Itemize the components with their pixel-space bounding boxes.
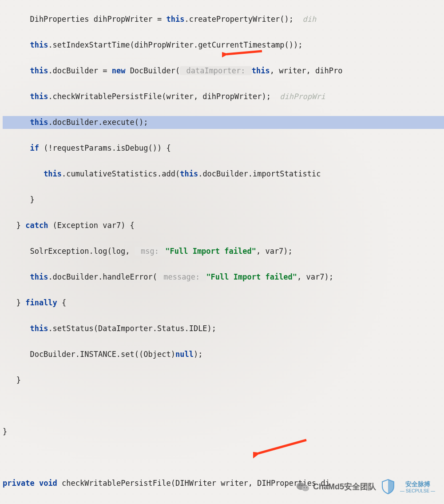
highlighted-line: this.docBuilder.execute(); <box>3 116 444 129</box>
svg-line-11 <box>258 440 306 453</box>
watermark-text: ChaMd5安全团队 <box>313 481 376 492</box>
svg-point-17 <box>306 487 307 488</box>
param-hint: dataImporter: <box>180 66 252 75</box>
secpulse-logo: 安全脉搏 — SECPULSE — <box>400 480 435 493</box>
code-text: DihProperties dihPropWriter = <box>3 15 166 24</box>
annotation-arrow-icon <box>222 48 266 61</box>
shield-icon <box>380 478 396 495</box>
code-editor[interactable]: DihProperties dihPropWriter = this.creat… <box>0 0 444 504</box>
param-hint: message: <box>157 272 206 281</box>
annotation-arrow-icon <box>253 438 311 460</box>
wechat-icon <box>296 481 309 492</box>
svg-line-1 <box>226 51 262 54</box>
param-hint: msg: <box>135 247 165 256</box>
svg-point-16 <box>304 487 305 488</box>
watermark: ChaMd5安全团队 安全脉搏 — SECPULSE — <box>296 478 435 495</box>
svg-point-13 <box>302 485 309 491</box>
svg-point-15 <box>301 484 303 486</box>
svg-point-14 <box>298 484 300 486</box>
